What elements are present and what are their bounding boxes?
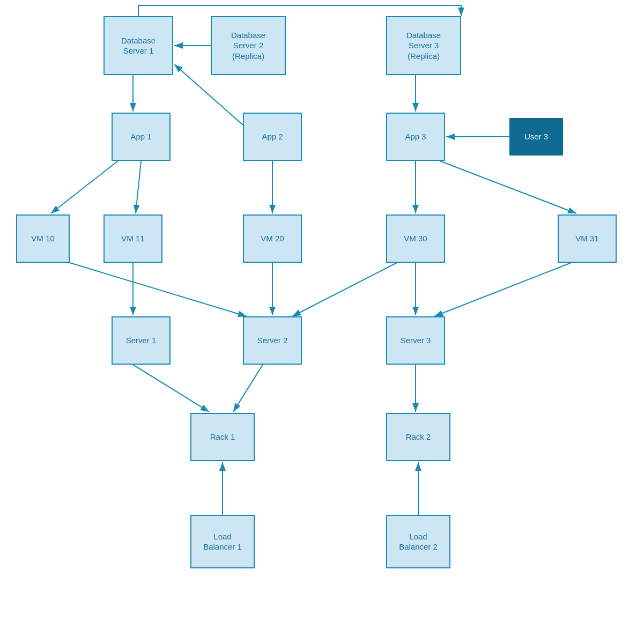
svg-line-17 — [434, 263, 571, 316]
node-lb1: Load Balancer 1 — [190, 515, 255, 568]
node-srv2: Server 2 — [243, 316, 302, 365]
node-label-db1: Database Server 1 — [121, 35, 156, 56]
node-label-app1: App 1 — [130, 131, 151, 142]
node-app2: App 2 — [243, 113, 302, 161]
node-lb2: Load Balancer 2 — [386, 515, 450, 568]
node-label-vm10: VM 10 — [31, 233, 54, 244]
node-label-srv1: Server 1 — [126, 335, 157, 346]
node-label-vm11: VM 11 — [121, 233, 144, 244]
node-db2: Database Server 2 (Replica) — [211, 16, 286, 75]
node-vm30: VM 30 — [386, 214, 445, 263]
node-user3: User 3 — [509, 118, 563, 156]
node-app3: App 3 — [386, 113, 445, 161]
node-db3: Database Server 3 (Replica) — [386, 16, 461, 75]
node-label-rack1: Rack 1 — [210, 432, 235, 442]
node-label-app3: App 3 — [405, 131, 426, 142]
node-label-db2: Database Server 2 (Replica) — [231, 30, 265, 62]
svg-line-11 — [440, 161, 576, 213]
svg-line-12 — [70, 263, 247, 316]
node-label-srv2: Server 2 — [257, 335, 288, 346]
node-rack2: Rack 2 — [386, 413, 450, 461]
svg-line-19 — [233, 365, 263, 412]
node-label-rack2: Rack 2 — [406, 432, 431, 442]
svg-line-7 — [51, 161, 118, 213]
node-vm11: VM 11 — [103, 214, 162, 263]
node-vm20: VM 20 — [243, 214, 302, 263]
node-label-vm31: VM 31 — [575, 233, 598, 244]
node-label-user3: User 3 — [524, 131, 548, 142]
node-app1: App 1 — [112, 113, 171, 161]
node-label-lb1: Load Balancer 1 — [203, 531, 242, 552]
node-label-vm20: VM 20 — [261, 233, 284, 244]
node-label-app2: App 2 — [262, 131, 283, 142]
node-label-db3: Database Server 3 (Replica) — [406, 30, 441, 62]
node-label-vm30: VM 30 — [404, 233, 427, 244]
arrows-layer — [0, 0, 644, 644]
node-label-srv3: Server 3 — [401, 335, 431, 346]
node-vm10: VM 10 — [16, 214, 70, 263]
svg-line-15 — [292, 263, 397, 316]
node-label-lb2: Load Balancer 2 — [399, 531, 438, 552]
node-srv1: Server 1 — [112, 316, 171, 365]
svg-line-18 — [133, 365, 209, 412]
svg-line-8 — [136, 161, 141, 213]
node-db1: Database Server 1 — [103, 16, 173, 75]
diagram: Database Server 1Database Server 2 (Repl… — [0, 0, 644, 644]
node-vm31: VM 31 — [558, 214, 617, 263]
node-rack1: Rack 1 — [190, 413, 255, 461]
node-srv3: Server 3 — [386, 316, 445, 365]
